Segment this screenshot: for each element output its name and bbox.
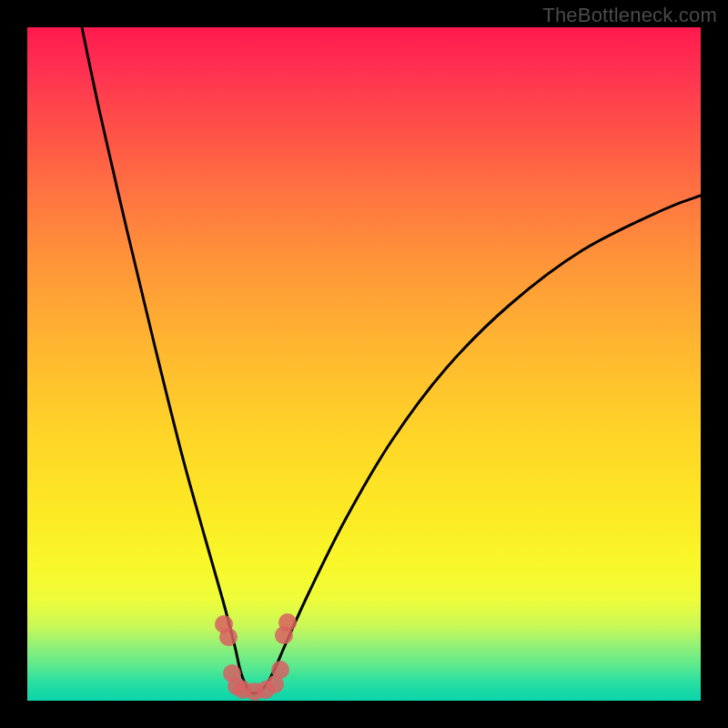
chart-svg (27, 27, 701, 701)
watermark-text: TheBottleneck.com (542, 4, 717, 27)
valley-marker (278, 613, 297, 632)
valley-markers (215, 613, 297, 701)
bottleneck-curve (82, 27, 701, 693)
valley-marker (271, 661, 289, 679)
chart-frame (27, 27, 701, 701)
valley-marker (219, 628, 238, 646)
